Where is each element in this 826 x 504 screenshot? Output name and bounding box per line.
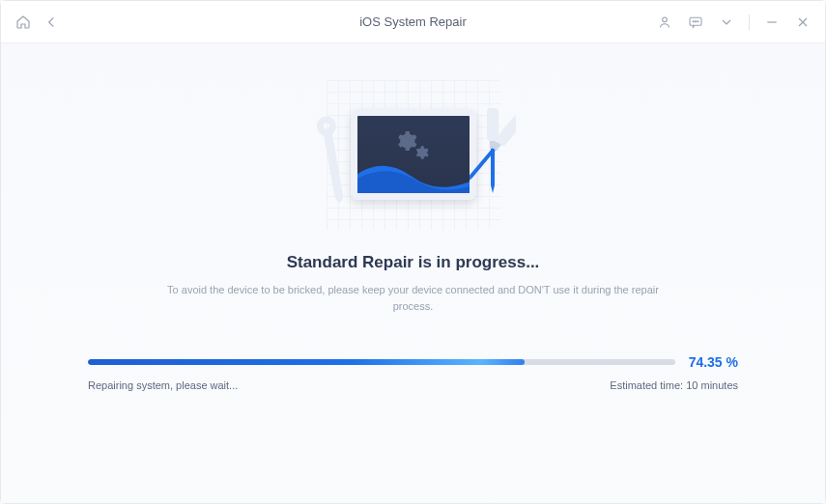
- svg-rect-5: [487, 108, 498, 141]
- progress-row: 74.35 %: [88, 354, 738, 370]
- window-title: iOS System Repair: [359, 14, 467, 29]
- titlebar-divider: [749, 14, 750, 30]
- svg-point-4: [698, 20, 698, 21]
- device-screen: [351, 109, 476, 200]
- svg-marker-8: [491, 185, 495, 193]
- user-icon[interactable]: [656, 14, 673, 31]
- content-area: Standard Repair is in progress... To avo…: [1, 43, 825, 503]
- app-window: iOS System Repair: [0, 0, 826, 504]
- progress-percent: 74.35 %: [689, 354, 738, 370]
- back-icon[interactable]: [43, 14, 61, 31]
- feedback-icon[interactable]: [687, 14, 704, 31]
- titlebar-right: [656, 14, 812, 31]
- wave-graphic: [353, 160, 476, 195]
- svg-point-2: [693, 20, 694, 21]
- minimize-icon[interactable]: [763, 14, 781, 31]
- screwdriver-icon: [470, 106, 516, 195]
- progress-bar: [88, 359, 675, 365]
- progress-eta-text: Estimated time: 10 minutes: [610, 379, 738, 391]
- headline-text: Standard Repair is in progress...: [287, 253, 540, 272]
- progress-status-text: Repairing system, please wait...: [88, 379, 238, 391]
- repair-illustration: [317, 77, 510, 232]
- progress-section: 74.35 % Repairing system, please wait...…: [88, 354, 738, 391]
- svg-point-3: [695, 20, 696, 21]
- progress-fill: [88, 359, 525, 365]
- svg-point-0: [663, 17, 668, 22]
- gear-small-icon: [413, 145, 429, 160]
- chevron-down-icon[interactable]: [718, 14, 735, 31]
- progress-labels: Repairing system, please wait... Estimat…: [88, 379, 738, 391]
- titlebar: iOS System Repair: [1, 1, 825, 43]
- close-icon[interactable]: [794, 14, 812, 31]
- titlebar-left: [14, 14, 61, 31]
- home-icon[interactable]: [14, 14, 32, 31]
- sub-text: To avoid the device to be bricked, pleas…: [153, 282, 674, 314]
